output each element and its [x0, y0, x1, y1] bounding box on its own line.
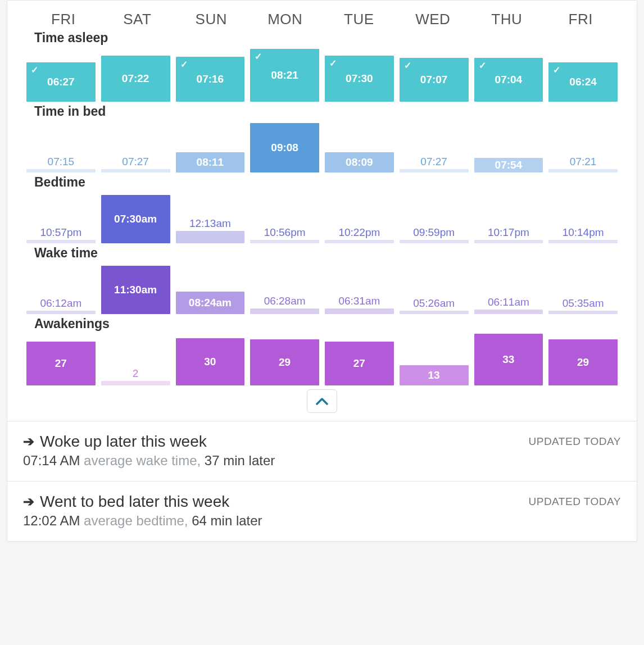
- chart-bar[interactable]: 05:26am: [400, 311, 469, 314]
- bar-value: 07:54: [495, 159, 523, 171]
- chart-bar[interactable]: 10:57pm: [26, 240, 96, 243]
- chart-bar[interactable]: 08:09: [325, 152, 394, 172]
- bar-value: 07:27: [400, 156, 469, 169]
- chart-bar[interactable]: 07:07✓: [400, 58, 469, 102]
- chart-bar[interactable]: 07:21: [548, 169, 618, 172]
- chart-bar[interactable]: 06:31am: [325, 308, 394, 314]
- bar-value: 27: [55, 357, 67, 370]
- chart-bar[interactable]: 09:59pm: [400, 240, 469, 243]
- chart-bar[interactable]: 07:22: [101, 56, 170, 102]
- bar-value: 06:11am: [474, 296, 543, 310]
- bar-value: 07:30am: [114, 213, 157, 225]
- chart-bar[interactable]: 10:17pm: [474, 240, 543, 243]
- chart-bar[interactable]: 07:30✓: [325, 56, 394, 102]
- bar-value: 08:09: [346, 156, 373, 169]
- row-bedtime: 10:57pm07:30am12:13am10:56pm10:22pm09:59…: [16, 192, 628, 246]
- bar-value: 06:31am: [325, 295, 394, 308]
- chart-bar[interactable]: 33: [474, 334, 543, 385]
- chart-bar[interactable]: 06:28am: [250, 308, 319, 314]
- bar-value: 29: [577, 356, 589, 369]
- chart-bar[interactable]: 08:24am: [176, 292, 245, 314]
- chart-bar[interactable]: 07:15: [26, 169, 96, 172]
- chart-bar[interactable]: 11:30am: [101, 266, 170, 314]
- chart-bar[interactable]: 05:35am: [548, 311, 618, 314]
- chart-bar[interactable]: 08:21✓: [250, 49, 319, 102]
- chart-bar[interactable]: 12:13am: [176, 231, 245, 243]
- chart-bar[interactable]: 07:04✓: [474, 58, 543, 102]
- bar-value: 05:26am: [400, 297, 469, 311]
- chart-bar[interactable]: 06:27✓: [26, 62, 96, 102]
- insight-subtitle: 07:14 AM average wake time, 37 min later: [23, 453, 621, 469]
- chart-bar[interactable]: 30: [176, 338, 245, 385]
- arrow-right-icon: ➔: [23, 494, 34, 510]
- check-icon: ✓: [180, 59, 188, 70]
- bar-value: 10:56pm: [250, 226, 319, 240]
- insight-bed-later[interactable]: ➔ Went to bed later this week UPDATED TO…: [7, 481, 637, 541]
- section-title-bedtime: Bedtime: [16, 175, 628, 192]
- sleep-summary-card: FRI SAT SUN MON TUE WED THU FRI Time asl…: [7, 0, 637, 542]
- bar-value: 06:24: [569, 76, 597, 88]
- row-time-asleep: 06:27✓07:2207:16✓08:21✓07:30✓07:07✓07:04…: [16, 48, 628, 104]
- collapse-button[interactable]: [307, 389, 337, 413]
- bar-value: 08:11: [197, 156, 224, 169]
- insight-title: ➔ Woke up later this week: [23, 433, 207, 451]
- bar-value: 07:27: [101, 156, 170, 169]
- chart-bar[interactable]: 09:08: [250, 123, 319, 172]
- bar-value: 10:57pm: [26, 226, 96, 240]
- insight-header: ➔ Went to bed later this week UPDATED TO…: [23, 493, 621, 511]
- day-label: WED: [396, 11, 470, 28]
- chart-bar[interactable]: 27: [26, 342, 96, 385]
- insight-header: ➔ Woke up later this week UPDATED TODAY: [23, 433, 621, 451]
- check-icon: ✓: [31, 65, 38, 75]
- section-title-time-in-bed: Time in bed: [16, 104, 628, 121]
- arrow-right-icon: ➔: [23, 434, 34, 449]
- bar-value: 10:14pm: [548, 226, 618, 240]
- bar-value: 07:07: [420, 74, 448, 86]
- bar-value: 07:21: [548, 156, 618, 169]
- chart-bar[interactable]: 29: [548, 339, 618, 385]
- chart-bar[interactable]: 27: [325, 342, 394, 385]
- check-icon: ✓: [255, 51, 262, 62]
- chart-bar[interactable]: 06:12am: [26, 311, 96, 314]
- day-label: SAT: [101, 11, 175, 28]
- chart-bar[interactable]: 10:56pm: [250, 240, 319, 243]
- insight-mid: average bedtime,: [80, 513, 192, 528]
- insight-value: 12:02 AM: [23, 513, 80, 528]
- bar-value: 2: [101, 367, 170, 381]
- check-icon: ✓: [553, 65, 560, 75]
- section-title-awakenings: Awakenings: [16, 316, 628, 334]
- chart-bar[interactable]: 13: [400, 365, 469, 385]
- bar-value: 27: [353, 357, 365, 370]
- check-icon: ✓: [329, 58, 337, 69]
- day-label: THU: [470, 11, 544, 28]
- day-label: SUN: [174, 11, 248, 28]
- chart-bar[interactable]: 07:16✓: [176, 57, 245, 102]
- chart-bar[interactable]: 07:30am: [101, 195, 170, 243]
- chart-bar[interactable]: 08:11: [176, 152, 245, 172]
- chevron-up-icon: [316, 397, 328, 405]
- chart-bar[interactable]: 10:22pm: [325, 240, 394, 243]
- insight-tail: 64 min later: [192, 513, 262, 528]
- chart-bar[interactable]: 10:14pm: [548, 240, 618, 243]
- chart-bar[interactable]: 07:27: [101, 169, 170, 172]
- chart-bar[interactable]: 07:54: [474, 158, 543, 172]
- bar-value: 10:17pm: [474, 226, 543, 240]
- insight-mid: average wake time,: [80, 453, 204, 468]
- check-icon: ✓: [479, 60, 486, 71]
- insight-wake-later[interactable]: ➔ Woke up later this week UPDATED TODAY …: [7, 421, 637, 481]
- day-label: MON: [248, 11, 323, 28]
- insight-title-text: Went to bed later this week: [40, 493, 229, 511]
- section-title-wake-time: Wake time: [16, 246, 628, 263]
- row-time-in-bed: 07:1507:2708:1109:0808:0907:2707:5407:21: [16, 121, 628, 175]
- chart-bar[interactable]: 06:11am: [474, 310, 543, 314]
- bar-value: 13: [428, 369, 440, 381]
- day-label: FRI: [544, 11, 618, 28]
- chart-bar[interactable]: 07:27: [400, 169, 469, 172]
- chart-bar[interactable]: 29: [250, 339, 319, 385]
- row-wake-time: 06:12am11:30am08:24am06:28am06:31am05:26…: [16, 263, 628, 316]
- insight-title: ➔ Went to bed later this week: [23, 493, 229, 511]
- row-awakenings: 272302927133329: [16, 334, 628, 387]
- chart-bar[interactable]: 06:24✓: [548, 62, 618, 102]
- bar-value: 10:22pm: [325, 226, 394, 240]
- bar-value: 08:24am: [189, 297, 232, 309]
